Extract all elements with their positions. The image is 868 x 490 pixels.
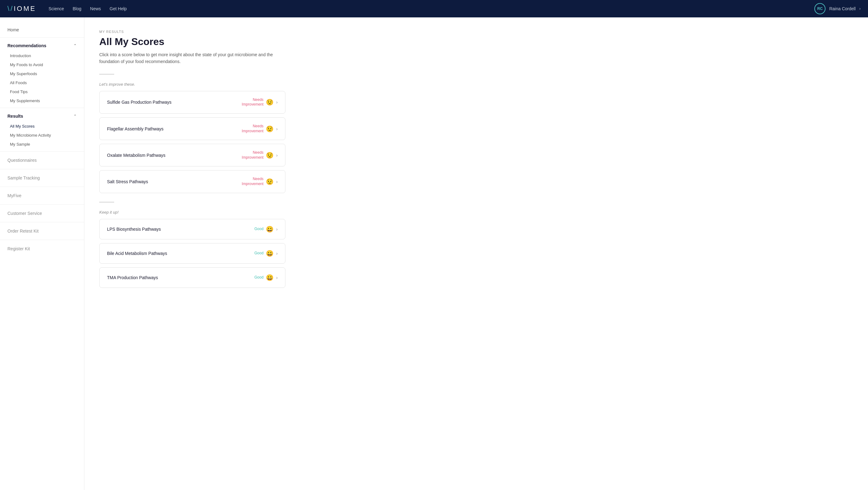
score-right: Good 😀 › xyxy=(254,274,278,281)
logo[interactable]: \/IOME xyxy=(7,5,36,13)
happy-face-icon: 😀 xyxy=(266,274,274,281)
score-card-lps[interactable]: LPS Biosynthesis Pathways Good 😀 › xyxy=(99,219,285,239)
sidebar-item-questionnaires[interactable]: Questionnaires xyxy=(0,154,84,167)
score-name: Sulfide Gas Production Pathways xyxy=(107,100,172,105)
sidebar-item-foods-to-avoid[interactable]: My Foods to Avoid xyxy=(0,60,84,69)
nav-news[interactable]: News xyxy=(90,6,101,11)
sidebar-item-microbiome-activity[interactable]: My Microbiome Activity xyxy=(0,131,84,140)
sad-face-icon: 😟 xyxy=(266,125,274,133)
sad-face-icon: 😟 xyxy=(266,178,274,185)
sidebar-item-home[interactable]: Home xyxy=(0,25,84,37)
avatar[interactable]: RC xyxy=(814,3,826,14)
chevron-right-icon: › xyxy=(276,251,278,256)
sidebar-recommendations-items: Introduction My Foods to Avoid My Superf… xyxy=(0,51,84,105)
page-title: All My Scores xyxy=(99,36,853,48)
sidebar: Home Recommendations ⌃ Introduction My F… xyxy=(0,18,84,490)
score-status-good: Good xyxy=(254,251,264,256)
score-status-needs: NeedsImprovement xyxy=(242,150,264,160)
chevron-up-icon-results: ⌃ xyxy=(73,114,76,118)
score-name: TMA Production Pathways xyxy=(107,275,158,280)
sidebar-item-my-supplements[interactable]: My Supplements xyxy=(0,96,84,105)
sidebar-item-register-kit[interactable]: Register Kit xyxy=(0,242,84,255)
sidebar-item-sample-tracking[interactable]: Sample Tracking xyxy=(0,172,84,184)
breadcrumb: MY RESULTS xyxy=(99,30,853,33)
score-name: Flagellar Assembly Pathways xyxy=(107,126,163,131)
score-name: Bile Acid Metabolism Pathways xyxy=(107,251,167,256)
chevron-right-icon: › xyxy=(276,275,278,280)
nav-links: Science Blog News Get Help xyxy=(49,6,814,11)
section-divider-keep xyxy=(99,202,114,202)
score-card-bile-acid[interactable]: Bile Acid Metabolism Pathways Good 😀 › xyxy=(99,243,285,264)
sidebar-item-myfive[interactable]: MyFive xyxy=(0,190,84,202)
score-card-sulfide[interactable]: Sulfide Gas Production Pathways NeedsImp… xyxy=(99,91,285,114)
sidebar-item-my-sample[interactable]: My Sample xyxy=(0,140,84,149)
nav-right: RC Raina Cordell › xyxy=(814,3,861,14)
chevron-right-icon: › xyxy=(276,153,278,158)
score-name: LPS Biosynthesis Pathways xyxy=(107,227,161,232)
score-card-oxalate[interactable]: Oxalate Metabolism Pathways NeedsImprove… xyxy=(99,144,285,167)
score-right: NeedsImprovement 😟 › xyxy=(242,150,278,160)
sidebar-section-title-recommendations: Recommendations xyxy=(7,43,46,48)
happy-face-icon: 😀 xyxy=(266,250,274,257)
score-right: NeedsImprovement 😟 › xyxy=(242,97,278,107)
sidebar-section-recommendations[interactable]: Recommendations ⌃ xyxy=(0,40,84,51)
layout: Home Recommendations ⌃ Introduction My F… xyxy=(0,18,868,490)
sidebar-item-introduction[interactable]: Introduction xyxy=(0,51,84,60)
score-right: NeedsImprovement 😟 › xyxy=(242,177,278,186)
chevron-right-icon: › xyxy=(276,100,278,105)
score-name: Oxalate Metabolism Pathways xyxy=(107,153,165,158)
sidebar-item-all-my-scores[interactable]: All My Scores xyxy=(0,122,84,131)
score-right: Good 😀 › xyxy=(254,225,278,233)
score-right: Good 😀 › xyxy=(254,250,278,257)
sidebar-section-results[interactable]: Results ⌃ xyxy=(0,111,84,122)
score-right: NeedsImprovement 😟 › xyxy=(242,124,278,134)
happy-face-icon: 😀 xyxy=(266,225,274,233)
score-status-good: Good xyxy=(254,227,264,232)
sidebar-results-items: All My Scores My Microbiome Activity My … xyxy=(0,122,84,149)
chevron-right-icon: › xyxy=(276,227,278,232)
score-card-flagellar[interactable]: Flagellar Assembly Pathways NeedsImprove… xyxy=(99,117,285,140)
main-content: MY RESULTS All My Scores Click into a sc… xyxy=(84,18,868,490)
sidebar-section-title-results: Results xyxy=(7,114,23,119)
keep-label: Keep it up! xyxy=(99,210,853,214)
chevron-up-icon: ⌃ xyxy=(73,44,76,48)
sidebar-divider-5 xyxy=(0,204,84,205)
sidebar-item-order-retest-kit[interactable]: Order Retest Kit xyxy=(0,225,84,237)
score-status-good: Good xyxy=(254,275,264,280)
section-divider-improve xyxy=(99,74,114,75)
score-status-needs: NeedsImprovement xyxy=(242,124,264,134)
nav-get-help[interactable]: Get Help xyxy=(110,6,127,11)
score-status-needs: NeedsImprovement xyxy=(242,177,264,186)
sidebar-item-customer-service[interactable]: Customer Service xyxy=(0,207,84,220)
user-name: Raina Cordell xyxy=(829,6,856,11)
nav-blog[interactable]: Blog xyxy=(72,6,81,11)
score-card-tma[interactable]: TMA Production Pathways Good 😀 › xyxy=(99,267,285,288)
sidebar-divider-3 xyxy=(0,169,84,169)
sidebar-divider-6 xyxy=(0,222,84,222)
sidebar-divider-2 xyxy=(0,151,84,151)
nav-science[interactable]: Science xyxy=(49,6,64,11)
chevron-right-icon: › xyxy=(276,126,278,131)
sad-face-icon: 😟 xyxy=(266,151,274,159)
top-navigation: \/IOME Science Blog News Get Help RC Rai… xyxy=(0,0,868,18)
sad-face-icon: 😟 xyxy=(266,98,274,106)
sidebar-divider-7 xyxy=(0,240,84,240)
chevron-right-icon: › xyxy=(276,179,278,184)
sidebar-item-food-tips[interactable]: Food Tips xyxy=(0,87,84,96)
nav-chevron-icon: › xyxy=(859,6,861,11)
sidebar-item-superfoods[interactable]: My Superfoods xyxy=(0,69,84,78)
sidebar-item-all-foods[interactable]: All Foods xyxy=(0,78,84,87)
improve-label: Let's improve these. xyxy=(99,82,853,87)
page-subtitle: Click into a score below to get more ins… xyxy=(99,51,291,65)
score-status-needs: NeedsImprovement xyxy=(242,97,264,107)
sidebar-divider-4 xyxy=(0,186,84,187)
score-name: Salt Stress Pathways xyxy=(107,179,148,184)
score-card-salt-stress[interactable]: Salt Stress Pathways NeedsImprovement 😟 … xyxy=(99,170,285,193)
